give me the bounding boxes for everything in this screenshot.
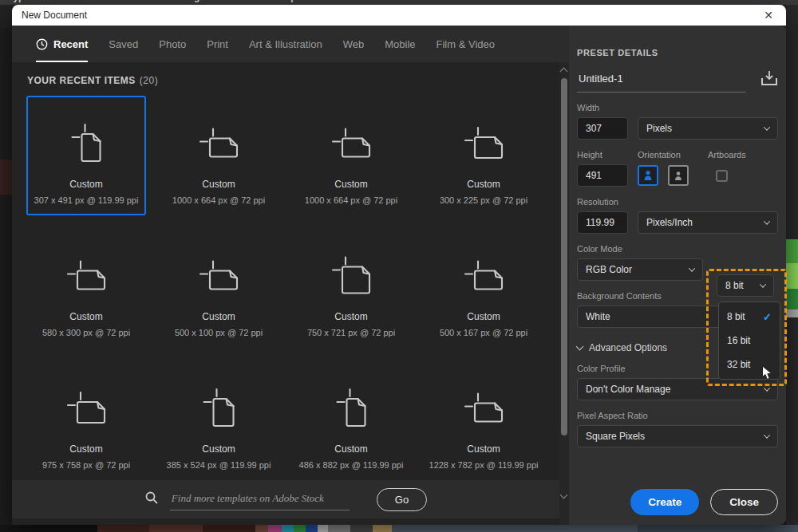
recent-item-card[interactable]: Custom500 x 167 px @ 72 ppi bbox=[424, 228, 543, 348]
orientation-portrait-button[interactable] bbox=[638, 165, 658, 186]
document-icon bbox=[196, 376, 241, 439]
menu-item-filter[interactable]: Filter bbox=[83, 0, 106, 2]
document-name-field[interactable]: Untitled-1 bbox=[577, 73, 746, 93]
preset-details-title: PRESET DETAILS bbox=[577, 48, 778, 57]
adobe-stock-search-bar: Go bbox=[12, 480, 559, 518]
chevron-down-icon bbox=[764, 218, 770, 224]
height-label: Height bbox=[577, 150, 638, 160]
bit-depth-option-8-bit[interactable]: 8 bit✓ bbox=[719, 305, 780, 329]
recent-item-card[interactable]: Custom307 x 491 px @ 119.99 ppi bbox=[26, 96, 146, 215]
item-name: Custom bbox=[202, 443, 235, 455]
mouse-cursor bbox=[761, 365, 773, 384]
menu-item-window[interactable]: Window bbox=[227, 0, 263, 2]
width-input[interactable] bbox=[577, 117, 628, 140]
document-icon bbox=[329, 112, 373, 174]
document-icon bbox=[64, 112, 109, 174]
tab-art-illustration[interactable]: Art & Illustration bbox=[249, 26, 322, 62]
recent-item-card[interactable]: Custom500 x 100 px @ 72 ppi bbox=[159, 228, 279, 348]
tab-saved[interactable]: Saved bbox=[109, 26, 138, 62]
menu-item-3d[interactable]: 3D bbox=[120, 0, 132, 2]
units-dropdown[interactable]: Pixels bbox=[638, 117, 778, 140]
recent-item-card[interactable]: Custom1000 x 664 px @ 72 ppi bbox=[291, 96, 411, 215]
menu-item-help[interactable]: Help bbox=[276, 0, 297, 2]
bit-depth-dropdown[interactable]: 8 bit bbox=[717, 274, 774, 297]
recent-items-scrollbar[interactable] bbox=[559, 62, 569, 525]
chevron-down-icon bbox=[764, 432, 770, 438]
tab-print[interactable]: Print bbox=[207, 26, 228, 62]
recent-item-card[interactable]: Custom1000 x 664 px @ 72 ppi bbox=[159, 96, 279, 215]
document-icon bbox=[329, 376, 373, 439]
document-icon bbox=[196, 244, 241, 306]
recent-item-card[interactable]: Custom750 x 721 px @ 72 ppi bbox=[291, 228, 411, 348]
close-icon[interactable]: ✕ bbox=[760, 8, 776, 22]
pixel-aspect-ratio-dropdown[interactable]: Square Pixels bbox=[577, 425, 778, 447]
color-profile-dropdown[interactable]: Don't Color Manage bbox=[577, 378, 778, 400]
preset-tab-bar: RecentSavedPhotoPrintArt & IllustrationW… bbox=[12, 26, 569, 62]
color-mode-dropdown[interactable]: RGB Color bbox=[577, 258, 703, 281]
recent-items-heading: YOUR RECENT ITEMS(20) bbox=[27, 75, 559, 86]
recent-item-card[interactable]: Custom580 x 300 px @ 72 ppi bbox=[26, 228, 146, 348]
item-name: Custom bbox=[467, 443, 500, 455]
bit-depth-group: 8 bit 8 bit✓16 bit32 bit bbox=[717, 274, 774, 297]
dialog-title-bar: New Document ✕ bbox=[12, 5, 786, 26]
recent-item-card[interactable]: Custom486 x 882 px @ 119.99 ppi bbox=[291, 361, 411, 480]
clock-icon bbox=[36, 38, 48, 50]
document-icon bbox=[196, 112, 241, 174]
document-icon bbox=[329, 244, 373, 306]
scroll-down-icon[interactable] bbox=[560, 491, 568, 499]
recent-items-grid: Custom307 x 491 px @ 119.99 ppiCustom100… bbox=[12, 96, 559, 480]
recent-item-card[interactable]: Custom300 x 225 px @ 72 ppi bbox=[424, 96, 543, 215]
scrollbar-thumb[interactable] bbox=[561, 78, 567, 435]
tab-photo[interactable]: Photo bbox=[159, 26, 186, 62]
item-dimensions: 500 x 167 px @ 72 ppi bbox=[440, 328, 527, 337]
tab-film-video[interactable]: Film & Video bbox=[437, 26, 495, 62]
dialog-title: New Document bbox=[22, 10, 87, 21]
background-canvas-strip bbox=[0, 525, 798, 532]
document-icon bbox=[461, 112, 506, 174]
scroll-up-icon[interactable] bbox=[560, 68, 568, 76]
item-dimensions: 580 x 300 px @ 72 ppi bbox=[42, 328, 130, 337]
item-dimensions: 486 x 882 px @ 119.99 ppi bbox=[299, 460, 404, 470]
resolution-units-dropdown[interactable]: Pixels/Inch bbox=[638, 211, 778, 234]
go-button[interactable]: Go bbox=[377, 488, 427, 511]
recent-item-card[interactable]: Custom385 x 524 px @ 119.99 ppi bbox=[159, 361, 279, 480]
save-preset-icon[interactable] bbox=[760, 70, 778, 89]
tab-recent[interactable]: Recent bbox=[36, 26, 88, 62]
menu-item-type[interactable]: Type bbox=[8, 0, 30, 2]
document-icon bbox=[64, 376, 109, 439]
chevron-down-icon bbox=[760, 281, 766, 287]
item-name: Custom bbox=[467, 311, 500, 322]
orientation-label: Orientation bbox=[638, 150, 708, 160]
item-dimensions: 975 x 758 px @ 72 ppi bbox=[42, 460, 130, 470]
recent-item-card[interactable]: Custom975 x 758 px @ 72 ppi bbox=[26, 361, 146, 480]
recent-item-card[interactable]: Custom1228 x 782 px @ 119.99 ppi bbox=[424, 361, 543, 480]
chevron-down-icon bbox=[764, 124, 770, 130]
item-name: Custom bbox=[334, 443, 367, 455]
document-icon bbox=[64, 244, 109, 306]
menu-item-select[interactable]: Select bbox=[42, 0, 70, 2]
recent-items-count: (20) bbox=[140, 75, 158, 86]
item-dimensions: 307 x 491 px @ 119.99 ppi bbox=[34, 195, 139, 205]
tab-mobile[interactable]: Mobile bbox=[385, 26, 415, 62]
tab-web[interactable]: Web bbox=[343, 26, 365, 62]
menu-item-plugins[interactable]: Plugins bbox=[179, 0, 213, 2]
chevron-down-icon bbox=[764, 384, 770, 391]
chevron-down-icon bbox=[576, 343, 584, 351]
create-button[interactable]: Create bbox=[630, 489, 699, 515]
bit-depth-option-16-bit[interactable]: 16 bit bbox=[719, 329, 780, 353]
stock-search-input[interactable] bbox=[170, 489, 350, 510]
close-button[interactable]: Close bbox=[710, 489, 778, 515]
new-document-dialog: New Document ✕ RecentSavedPhotoPrintArt … bbox=[12, 5, 786, 525]
artboards-checkbox[interactable] bbox=[716, 170, 728, 182]
item-dimensions: 385 x 524 px @ 119.99 ppi bbox=[167, 460, 271, 470]
preset-details-panel: PRESET DETAILS Untitled-1 Width Pixels bbox=[569, 26, 786, 525]
menu-item-view[interactable]: View bbox=[144, 0, 166, 2]
chevron-down-icon bbox=[689, 265, 695, 271]
resolution-input[interactable] bbox=[577, 211, 628, 234]
height-input[interactable] bbox=[577, 164, 628, 187]
pixel-aspect-ratio-label: Pixel Aspect Ratio bbox=[577, 411, 778, 420]
background-app-left bbox=[0, 5, 12, 525]
item-name: Custom bbox=[202, 311, 235, 322]
orientation-landscape-button[interactable] bbox=[668, 165, 689, 186]
background-app-right bbox=[786, 5, 798, 525]
